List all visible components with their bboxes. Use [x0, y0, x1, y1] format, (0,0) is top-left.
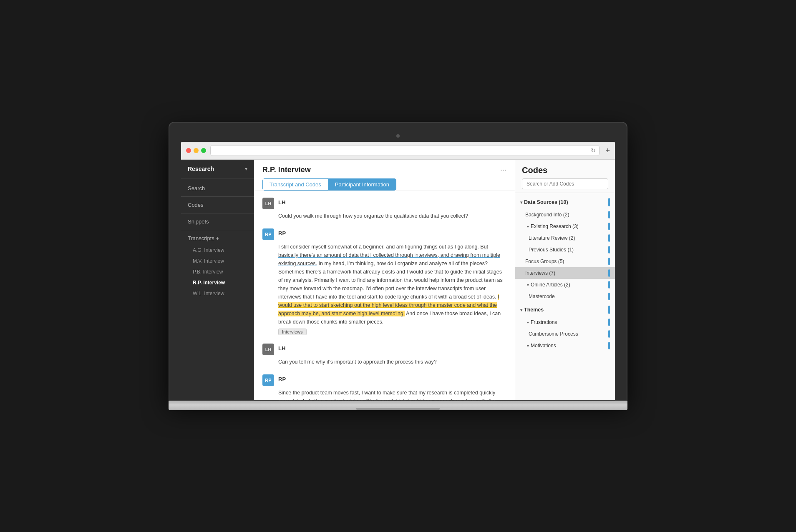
message-header-lh2: LH LH	[262, 344, 506, 355]
code-tag-interviews[interactable]: Interviews	[278, 329, 307, 335]
sidebar-transcript-pb[interactable]: P.B. Interview	[181, 266, 254, 277]
item-label: Cumbersome Process	[529, 331, 607, 337]
maximize-button[interactable]	[201, 148, 206, 153]
code-item-cumbersome-process[interactable]: Cumbersome Process	[519, 328, 615, 340]
item-bar	[608, 211, 610, 218]
message-lh-1: LH LH Could you walk me through how you …	[262, 198, 506, 220]
chevron-right-icon: ▾	[527, 344, 529, 348]
sidebar-item-transcripts[interactable]: Transcripts +	[181, 232, 254, 245]
speaker-label: LH	[278, 199, 285, 206]
more-options-button[interactable]: ···	[500, 166, 506, 174]
chevron-down-icon: ▾	[520, 308, 522, 312]
item-label: Focus Groups (5)	[525, 258, 607, 264]
sidebar-nav: Search Codes Snippets Transcripts + A.G.…	[181, 178, 254, 302]
sidebar-header: Research ▾	[181, 160, 254, 178]
speaker-label-rp2: RP	[278, 376, 286, 382]
code-group-header-data-sources[interactable]: ▾ Data Sources (10)	[515, 196, 615, 209]
message-rp-2: RP RP Since the product team moves fast,…	[262, 374, 506, 400]
main-content: R.P. Interview ··· Transcript and Codes …	[254, 160, 515, 400]
tab-participant-info[interactable]: Participant Information	[328, 178, 396, 191]
subgroup-bar	[608, 319, 610, 326]
traffic-lights	[186, 148, 206, 153]
code-group-header-themes[interactable]: ▾ Themes	[515, 303, 615, 316]
subgroup-existing-research: ▾ Existing Research (3) Literature Revie…	[519, 221, 615, 256]
message-lh-2: LH LH Can you tell me why it's important…	[262, 344, 506, 366]
speaker-label-lh2: LH	[278, 345, 285, 351]
message-text-lh2: Can you tell me why it's important to ap…	[278, 358, 506, 366]
group-label: Themes	[524, 307, 605, 313]
laptop-shell: ↻ + Research ▾ Search Codes	[169, 122, 627, 410]
sidebar-transcript-rp[interactable]: R.P. Interview	[181, 277, 254, 288]
message-header: LH LH	[262, 198, 506, 209]
sidebar-transcript-wl[interactable]: W.L. Interview	[181, 288, 254, 299]
message-text-rp1: I still consider myself somewhat of a be…	[278, 243, 506, 326]
item-label: Mastercode	[529, 294, 607, 299]
sidebar-title: Research	[188, 166, 214, 172]
code-item-background-info[interactable]: Background Info (2)	[515, 209, 615, 221]
item-bar	[608, 246, 610, 253]
minimize-button[interactable]	[194, 148, 199, 153]
subgroup-label: Motivations	[531, 343, 607, 349]
item-label: Interviews (7)	[525, 270, 607, 276]
subgroup-bar	[608, 281, 610, 289]
main-header: R.P. Interview ··· Transcript and Codes …	[254, 160, 515, 191]
sidebar-item-snippets[interactable]: Snippets	[181, 215, 254, 228]
item-bar	[608, 258, 610, 265]
page-title: R.P. Interview	[262, 166, 311, 174]
subgroup-header-existing-research[interactable]: ▾ Existing Research (3)	[519, 221, 615, 232]
subgroup-label: Existing Research (3)	[531, 223, 607, 229]
message-rp-1: RP RP I still consider myself somewhat o…	[262, 228, 506, 335]
codes-list: ▾ Data Sources (10) Background Info (2)	[515, 193, 615, 400]
code-item-literature-review[interactable]: Literature Review (2)	[519, 232, 615, 244]
url-bar[interactable]: ↻	[210, 145, 600, 156]
text-before-underline: I still consider myself somewhat of a be…	[278, 244, 480, 250]
code-group-data-sources: ▾ Data Sources (10) Background Info (2)	[515, 196, 615, 302]
browser-chrome: ↻ +	[181, 142, 615, 160]
codes-title: Codes	[522, 166, 608, 175]
message-header-rp2: RP RP	[262, 374, 506, 386]
item-label: Previous Studies (1)	[529, 247, 607, 253]
message-header-rp: RP RP	[262, 228, 506, 240]
avatar-rp2: RP	[262, 374, 274, 386]
subgroup-frustrations: ▾ Frustrations Cumbersome Process	[519, 316, 615, 340]
sidebar-transcript-mv[interactable]: M.V. Interview	[181, 256, 254, 266]
codes-header: Codes	[515, 160, 615, 193]
code-item-mastercode[interactable]: Mastercode	[519, 291, 615, 302]
tab-transcript-codes[interactable]: Transcript and Codes	[262, 178, 328, 191]
close-button[interactable]	[186, 148, 191, 153]
group-label: Data Sources (10)	[524, 199, 605, 205]
codes-search-input[interactable]	[522, 178, 608, 189]
group-bar	[608, 306, 610, 314]
sidebar-chevron-icon[interactable]: ▾	[245, 166, 247, 172]
subgroup-label: Frustrations	[531, 319, 607, 325]
item-label: Background Info (2)	[525, 212, 607, 218]
avatar-lh2: LH	[262, 344, 274, 355]
tabs-row: Transcript and Codes Participant Informa…	[262, 178, 506, 191]
new-tab-button[interactable]: +	[605, 146, 610, 155]
item-bar	[608, 293, 610, 300]
avatar-lh: LH	[262, 198, 274, 209]
subgroup-header-motivations[interactable]: ▾ Motivations	[519, 340, 615, 351]
code-item-previous-studies[interactable]: Previous Studies (1)	[519, 244, 615, 256]
code-item-interviews[interactable]: Interviews (7)	[515, 267, 615, 279]
chevron-down-icon: ▾	[527, 224, 529, 229]
item-bar	[608, 269, 610, 277]
chevron-down-icon: ▾	[527, 320, 529, 325]
sidebar-item-search[interactable]: Search	[181, 182, 254, 195]
sidebar-item-codes[interactable]: Codes	[181, 198, 254, 211]
sidebar-transcript-ag[interactable]: A.G. Interview	[181, 245, 254, 256]
reload-icon[interactable]: ↻	[591, 147, 596, 154]
screen: ↻ + Research ▾ Search Codes	[181, 142, 615, 400]
title-row: R.P. Interview ···	[262, 166, 506, 174]
item-label: Literature Review (2)	[529, 235, 607, 241]
chevron-down-icon: ▾	[527, 283, 529, 287]
text-middle: In my head, I'm thinking, how do I organ…	[278, 261, 503, 300]
subgroup-header-frustrations[interactable]: ▾ Frustrations	[519, 316, 615, 328]
transcript-area: LH LH Could you walk me through how you …	[254, 191, 515, 400]
subgroup-bar	[608, 342, 610, 349]
subgroup-header-online-articles[interactable]: ▾ Online Articles (2)	[519, 279, 615, 291]
subgroup-bar	[608, 223, 610, 230]
code-item-focus-groups[interactable]: Focus Groups (5)	[515, 256, 615, 267]
message-text-rp2: Since the product team moves fast, I wan…	[278, 389, 506, 400]
item-bar	[608, 330, 610, 338]
